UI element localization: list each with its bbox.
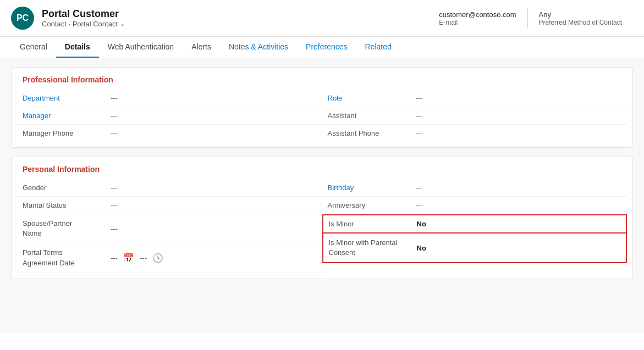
- main-content: Professional Information Department --- …: [0, 58, 644, 333]
- manager-value: ---: [111, 112, 118, 120]
- personal-info-title: Personal Information: [12, 157, 632, 179]
- tab-alerts[interactable]: Alerts: [183, 37, 220, 58]
- is-minor-label: Is Minor: [329, 220, 417, 228]
- email-label: E-mail: [439, 19, 516, 26]
- is-minor-consent-row: Is Minor with ParentalConsent No: [322, 234, 628, 263]
- email-value: customer@contoso.com: [439, 10, 516, 19]
- portal-terms-label: Portal TermsAgreement Date: [23, 248, 111, 268]
- portal-terms-value2: ---: [140, 254, 147, 262]
- department-row: Department ---: [17, 90, 322, 107]
- professional-right-col: Role --- Assistant --- Assistant Phone -…: [322, 90, 628, 142]
- professional-info-title: Professional Information: [12, 68, 632, 90]
- tab-web-authentication[interactable]: Web Authentication: [99, 37, 183, 58]
- professional-info-card: Professional Information Department --- …: [11, 67, 633, 148]
- email-meta: customer@contoso.com E-mail: [428, 8, 527, 29]
- anniversary-row: Anniversary ---: [322, 197, 628, 214]
- nav-tabs: General Details Web Authentication Alert…: [0, 37, 644, 58]
- spouse-name-value: ---: [111, 225, 118, 233]
- manager-phone-value: ---: [111, 129, 118, 137]
- personal-fields-grid: Gender --- Marital Status --- Spouse/Par…: [12, 179, 632, 279]
- assistant-label: Assistant: [328, 112, 416, 120]
- marital-status-value: ---: [111, 201, 118, 209]
- manager-row: Manager ---: [17, 107, 322, 125]
- tab-notes-activities[interactable]: Notes & Activities: [220, 37, 297, 58]
- portal-terms-row: Portal TermsAgreement Date --- 📅 --- 🕓: [17, 243, 322, 273]
- tab-related[interactable]: Related: [356, 37, 400, 58]
- header: PC Portal Customer Contact · Portal Cont…: [0, 0, 644, 37]
- role-value: ---: [416, 94, 423, 102]
- gender-row: Gender ---: [17, 179, 322, 197]
- manager-phone-row: Manager Phone ---: [17, 125, 322, 142]
- contact-subtitle: Contact · Portal Contact ⌄: [42, 20, 428, 28]
- anniversary-value: ---: [416, 201, 423, 209]
- assistant-row: Assistant ---: [322, 107, 628, 125]
- contact-method-label: Preferred Method of Contact: [539, 19, 622, 26]
- birthday-row: Birthday ---: [322, 179, 628, 197]
- manager-label: Manager: [23, 112, 111, 120]
- tab-preferences[interactable]: Preferences: [297, 37, 356, 58]
- avatar: PC: [11, 7, 34, 30]
- is-minor-row: Is Minor No: [322, 214, 628, 234]
- marital-status-label: Marital Status: [23, 201, 111, 209]
- role-row: Role ---: [322, 90, 628, 107]
- department-value: ---: [111, 94, 118, 102]
- professional-fields-grid: Department --- Manager --- Manager Phone…: [12, 90, 632, 147]
- gender-label: Gender: [23, 184, 111, 192]
- portal-terms-value1: ---: [111, 254, 118, 262]
- calendar-icon[interactable]: 📅: [123, 253, 134, 263]
- is-minor-consent-label: Is Minor with ParentalConsent: [329, 238, 417, 258]
- tab-general[interactable]: General: [11, 37, 56, 58]
- manager-phone-label: Manager Phone: [23, 129, 111, 137]
- assistant-value: ---: [416, 112, 423, 120]
- personal-left-col: Gender --- Marital Status --- Spouse/Par…: [17, 179, 322, 273]
- chevron-down-icon[interactable]: ⌄: [120, 20, 125, 27]
- spouse-name-row: Spouse/PartnerName ---: [17, 214, 322, 243]
- professional-left-col: Department --- Manager --- Manager Phone…: [17, 90, 322, 142]
- personal-right-col: Birthday --- Anniversary --- Is Minor No…: [322, 179, 628, 273]
- marital-status-row: Marital Status ---: [17, 197, 322, 214]
- department-label: Department: [23, 94, 111, 102]
- tab-details[interactable]: Details: [56, 37, 99, 58]
- anniversary-label: Anniversary: [328, 201, 416, 209]
- birthday-value: ---: [416, 184, 423, 192]
- role-label: Role: [328, 94, 416, 102]
- contact-info-block: Portal Customer Contact · Portal Contact…: [42, 8, 428, 28]
- is-minor-consent-value: No: [417, 244, 426, 252]
- contact-method-value: Any: [539, 10, 622, 19]
- assistant-phone-row: Assistant Phone ---: [322, 125, 628, 142]
- clock-icon[interactable]: 🕓: [152, 253, 163, 263]
- spouse-name-label: Spouse/PartnerName: [23, 219, 111, 238]
- assistant-phone-label: Assistant Phone: [328, 129, 416, 137]
- birthday-label: Birthday: [328, 184, 416, 192]
- contact-method-meta: Any Preferred Method of Contact: [528, 8, 633, 29]
- personal-info-card: Personal Information Gender --- Marital …: [11, 157, 633, 279]
- is-minor-value: No: [417, 220, 426, 228]
- assistant-phone-value: ---: [416, 129, 423, 137]
- header-meta: customer@contoso.com E-mail Any Preferre…: [428, 8, 633, 29]
- gender-value: ---: [111, 184, 118, 192]
- contact-name: Portal Customer: [42, 8, 428, 20]
